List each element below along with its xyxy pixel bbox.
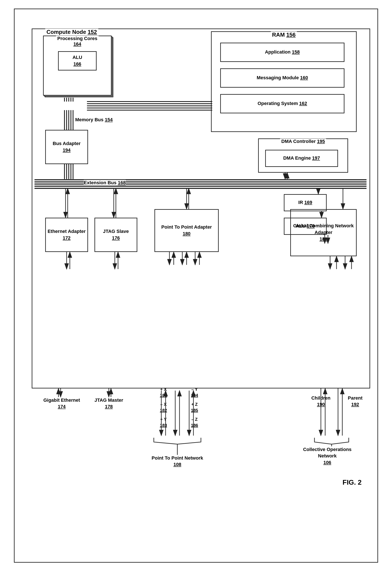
ram-box: RAM 156 Application 158 Messaging Module…: [211, 31, 357, 132]
minus-x-label: – X 182: [155, 401, 172, 413]
fig-label: FIG. 2: [343, 478, 362, 486]
dma-engine-box: DMA Engine 197: [265, 150, 338, 167]
ir169-box: IR 169: [284, 194, 327, 211]
alu166-box: ALU 166: [58, 51, 97, 71]
parent-label: Parent 192: [338, 395, 372, 408]
collective-ops-network-label: Collective Operations Network 106: [297, 446, 357, 466]
compute-node-label: Compute Node 152: [45, 29, 98, 35]
ethernet-adapter-box: Ethernet Adapter 172: [45, 218, 88, 252]
application-box: Application 158: [220, 43, 344, 62]
plus-z-label: + Z 185: [186, 401, 203, 413]
plus-x-label: + X 181: [155, 386, 172, 398]
processing-cores-box: Processing Cores 164 ALU 166: [43, 36, 112, 96]
ptp-adapter-box: Point To Point Adapter 180: [154, 209, 219, 252]
jtag-slave-box: JTAG Slave 176: [95, 218, 137, 252]
bus-adapter-box: Bus Adapter 194: [45, 130, 88, 164]
operating-system-box: Operating System 162: [220, 94, 344, 113]
compute-node-box: Compute Node 152 Processing Cores 164: [32, 29, 370, 388]
ptp-network-label: Point To Point Network 108: [147, 455, 207, 468]
children-label: Children 190: [304, 395, 338, 408]
minus-z-label: – Z 186: [186, 416, 203, 428]
gigabit-ethernet-label: Gigabit Ethernet 174: [40, 397, 83, 410]
extension-bus-label: Extension Bus 168: [84, 180, 126, 186]
dma-controller-box: DMA Controller 195 DMA Engine 197: [258, 138, 348, 173]
gcn-adapter-box: Global Combining Network Adapter 188: [290, 209, 357, 256]
memory-bus-label: Memory Bus 154: [75, 117, 113, 123]
messaging-module-box: Messaging Module 160: [220, 68, 344, 88]
plus-y-183-label: + Y 183: [155, 416, 172, 428]
jtag-master-label: JTAG Master 178: [87, 397, 130, 410]
minus-y-label: – Y 184: [186, 386, 203, 398]
